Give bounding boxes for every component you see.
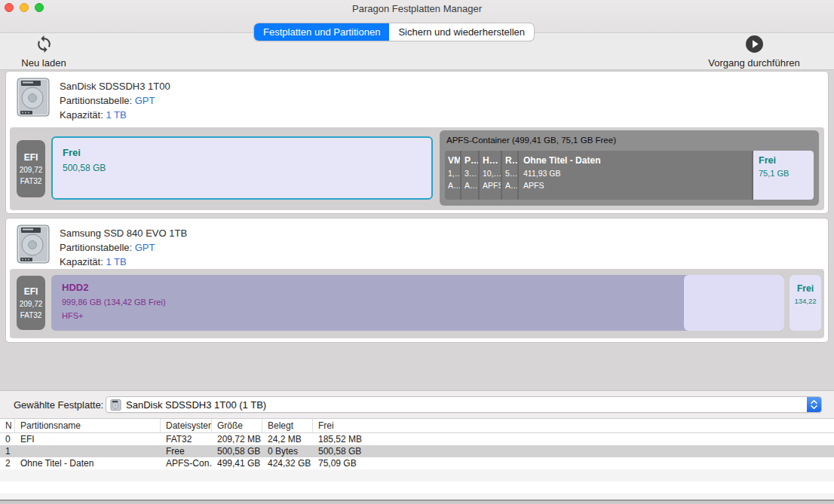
table-row[interactable]: 0EFIFAT32209,72 MB24,2 MB185,52 MB bbox=[0, 433, 834, 445]
p-size: 10,… bbox=[483, 169, 501, 178]
disks-panel: SanDisk SDSSDH3 1T00 Partitionstabelle: … bbox=[0, 69, 834, 390]
table-cell: 500,58 GB bbox=[313, 446, 834, 457]
disk-name: SanDisk SDSSDH3 1T00 bbox=[60, 79, 170, 93]
disk-name: Samsung SSD 840 EVO 1TB bbox=[60, 226, 187, 240]
app-window: Paragon Festplatten Manager Festplatten … bbox=[0, 0, 834, 504]
table-cell: 24,2 MB bbox=[262, 434, 313, 444]
table-cell: 75,09 GB bbox=[313, 458, 834, 469]
apfs-container-header: APFS-Container (499,41 GB, 75,1 GB Free) bbox=[440, 130, 819, 145]
table-row[interactable]: 1Free500,58 GB0 Bytes500,58 GB bbox=[0, 445, 834, 457]
p-fs: APFS bbox=[523, 181, 752, 190]
refresh-icon bbox=[12, 35, 75, 56]
table-row-empty bbox=[0, 481, 834, 493]
apfs-container: APFS-Container (499,41 GB, 75,1 GB Free)… bbox=[440, 130, 819, 206]
bottom-edge bbox=[0, 499, 834, 504]
p-size: 5… bbox=[505, 169, 517, 178]
p-name: H… bbox=[483, 155, 501, 166]
p-size: 411,93 GB bbox=[523, 169, 752, 178]
hdd2-text: HDD2 999,86 GB (134,42 GB Frei) HFS+ bbox=[51, 275, 784, 320]
p-name: P… bbox=[465, 155, 478, 166]
partition-strip: EFI 209,72 FAT32 HDD2 999,86 GB (134,42 … bbox=[10, 269, 824, 338]
table-header-cell[interactable]: Frei bbox=[313, 419, 834, 432]
table-header-cell[interactable]: Größe bbox=[212, 419, 262, 432]
partition-free-selected[interactable]: Frei 500,58 GB bbox=[51, 136, 433, 200]
table-header-cell[interactable]: Partitionsname bbox=[15, 419, 161, 432]
capacity-line: Kapazität: 1 TB bbox=[60, 255, 187, 269]
partition-table-line: Partitionstabelle: GPT bbox=[60, 93, 170, 108]
table-header-row: NPartitionsnameDateisystemGrößeBelegtFre… bbox=[0, 419, 834, 433]
p-name: Ohne Titel - Daten bbox=[523, 155, 752, 166]
execute-button[interactable]: Vorgang durchführen bbox=[703, 35, 805, 69]
capacity-value: 1 TB bbox=[106, 256, 126, 267]
selected-disk-bar: Gewählte Festplatte: SanDisk SDSSDH3 1T0… bbox=[0, 390, 834, 418]
apfs-volume[interactable]: H…10,…APFS bbox=[480, 151, 502, 200]
disk-select-dropdown[interactable]: SanDisk SDSSDH3 1T00 (1 TB) bbox=[106, 396, 822, 413]
tab-festplatten-und-partitionen[interactable]: Festplatten und Partitionen bbox=[254, 23, 389, 41]
reload-button[interactable]: Neu laden bbox=[12, 35, 75, 69]
p-name: VM bbox=[448, 155, 460, 166]
disk-details: Samsung SSD 840 EVO 1TB Partitionstabell… bbox=[60, 225, 187, 269]
apfs-volume[interactable]: Ohne Titel - Daten411,93 GBAPFS bbox=[519, 151, 753, 200]
p-size: 1,… bbox=[448, 169, 460, 178]
partition-efi[interactable]: EFI 209,72 FAT32 bbox=[17, 276, 45, 330]
partition-table-line: Partitionstabelle: GPT bbox=[60, 240, 187, 255]
table-body: 0EFIFAT32209,72 MB24,2 MB185,52 MB1Free5… bbox=[0, 433, 834, 499]
apfs-volume[interactable]: P…3…A… bbox=[461, 151, 480, 200]
partition-hdd2[interactable]: HDD2 999,86 GB (134,42 GB Frei) HFS+ bbox=[51, 275, 784, 331]
p-fs: APFS bbox=[483, 181, 501, 190]
dropdown-stepper-icon[interactable] bbox=[807, 396, 821, 413]
partition-free-small[interactable]: Frei 134,22 bbox=[790, 275, 821, 331]
partition-table-value: GPT bbox=[135, 95, 155, 106]
play-icon bbox=[703, 35, 805, 56]
disk-card-samsung: Samsung SSD 840 EVO 1TB Partitionstabell… bbox=[5, 218, 829, 343]
table-cell: FAT32 bbox=[161, 434, 212, 444]
table-row[interactable]: 2Ohne Titel - DatenAPFS-Con…499,41 GB424… bbox=[0, 457, 834, 469]
table-cell: EFI bbox=[15, 434, 161, 444]
partitions-table: NPartitionsnameDateisystemGrößeBelegtFre… bbox=[0, 418, 834, 499]
table-row-empty bbox=[0, 493, 834, 499]
hard-disk-icon bbox=[17, 78, 50, 122]
table-cell: 2 bbox=[0, 458, 15, 469]
table-row-empty bbox=[0, 469, 834, 481]
table-cell: APFS-Con… bbox=[161, 458, 212, 469]
mini-disk-icon bbox=[110, 399, 121, 411]
p-size: 3… bbox=[465, 169, 478, 178]
selected-disk-label: Gewählte Festplatte: bbox=[14, 399, 103, 411]
window-title: Paragon Festplatten Manager bbox=[0, 3, 834, 14]
table-header-cell[interactable]: Belegt bbox=[262, 419, 313, 432]
table-cell: 424,32 GB bbox=[262, 458, 313, 469]
apfs-volumes: VM1,…A…P…3…A…H…10,…APFSR…5…A…Ohne Titel … bbox=[445, 151, 814, 200]
table-header-cell[interactable]: Dateisystem bbox=[161, 419, 212, 432]
p-fs: A… bbox=[465, 181, 478, 190]
p-fs: A… bbox=[505, 181, 517, 190]
table-cell: 499,41 GB bbox=[212, 458, 262, 469]
disk-card-sandisk: SanDisk SDSSDH3 1T00 Partitionstabelle: … bbox=[5, 71, 829, 214]
table-cell: Ohne Titel - Daten bbox=[15, 458, 161, 469]
p-fs: A… bbox=[448, 181, 460, 190]
p-name: R… bbox=[505, 155, 517, 166]
table-cell: 0 bbox=[0, 434, 15, 444]
disk-info: SanDisk SDSSDH3 1T00 Partitionstabelle: … bbox=[17, 78, 170, 122]
apfs-volume[interactable]: VM1,…A… bbox=[445, 151, 461, 200]
table-cell: Free bbox=[161, 446, 212, 457]
partition-strip: EFI 209,72 FAT32 Frei 500,58 GB APFS-Con… bbox=[10, 127, 824, 210]
apfs-volume[interactable]: R…5…A… bbox=[502, 151, 519, 200]
partition-table-value: GPT bbox=[135, 242, 155, 253]
execute-label: Vorgang durchführen bbox=[708, 57, 799, 69]
selected-disk-value: SanDisk SDSSDH3 1T00 (1 TB) bbox=[126, 399, 807, 411]
tab-sichern-und-wiederherstellen[interactable]: Sichern und wiederherstellen bbox=[389, 23, 534, 41]
disk-details: SanDisk SDSSDH3 1T00 Partitionstabelle: … bbox=[60, 78, 170, 122]
table-cell: 0 Bytes bbox=[262, 446, 313, 457]
disk-info: Samsung SSD 840 EVO 1TB Partitionstabell… bbox=[17, 225, 187, 269]
mode-tabs: Festplatten und Partitionen Sichern und … bbox=[254, 23, 534, 41]
table-cell: 209,72 MB bbox=[212, 434, 262, 444]
capacity-line: Kapazität: 1 TB bbox=[60, 108, 170, 122]
reload-label: Neu laden bbox=[21, 57, 66, 69]
partition-efi[interactable]: EFI 209,72 FAT32 bbox=[17, 140, 45, 197]
apfs-free-space[interactable]: Frei 75,1 GB bbox=[753, 151, 814, 200]
table-cell: 185,52 MB bbox=[313, 434, 834, 444]
hard-disk-icon bbox=[17, 225, 50, 269]
table-cell: 500,58 GB bbox=[212, 446, 262, 457]
table-cell: 1 bbox=[0, 446, 15, 457]
table-header-cell[interactable]: N bbox=[0, 419, 15, 432]
